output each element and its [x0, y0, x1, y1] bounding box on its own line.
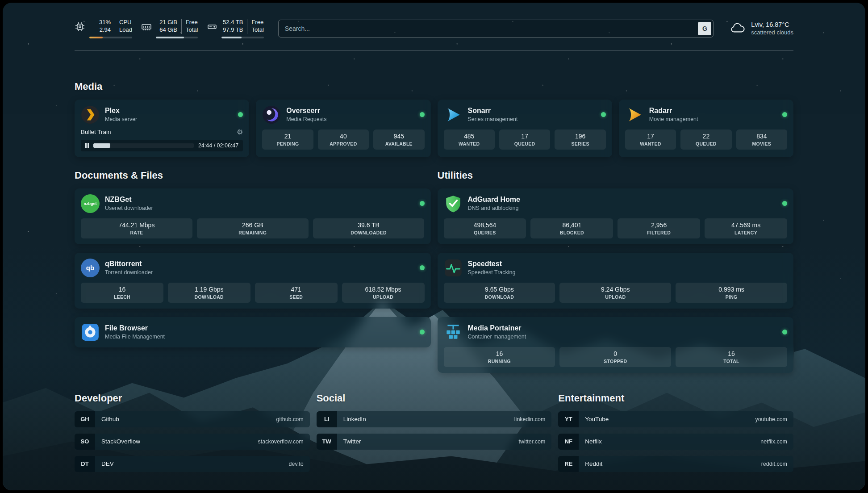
bookmark-netflix[interactable]: NF Netflix netflix.com [558, 434, 793, 450]
memory-total-value: 64 GiB [159, 26, 177, 34]
bookmark-url: reddit.com [761, 461, 787, 467]
app-card-portainer[interactable]: Media Portainer Container management 16R… [438, 317, 794, 373]
status-dot-online [601, 112, 606, 117]
bookmark-group-social: Social LI LinkedIn linkedin.com TW Twitt… [317, 393, 552, 472]
bookmark-abbr: LI [317, 411, 337, 427]
app-subtitle: Torrent downloader [105, 269, 153, 276]
weather-widget: Lviv, 16.87°C scattered clouds [730, 21, 793, 36]
disk-free-value: 52.4 TB [223, 19, 243, 26]
search-bar[interactable]: G [278, 20, 714, 38]
stat-pending: 21PENDING [262, 130, 313, 150]
app-name: NZBGet [105, 196, 153, 204]
app-card-plex[interactable]: Plex Media server Bullet Train ⚙ 24:44 /… [75, 100, 249, 157]
app-name: Overseerr [286, 107, 326, 115]
memory-progress-fill [156, 37, 184, 38]
app-card-speedtest[interactable]: Speedtest Speedtest Tracking 9.65 GbpsDO… [438, 253, 794, 309]
app-name: Plex [105, 107, 137, 115]
app-card-qbittorrent[interactable]: qb qBittorrent Torrent downloader 16LEEC… [75, 253, 431, 309]
app-subtitle: Speedtest Tracking [468, 269, 516, 276]
bookmark-linkedin[interactable]: LI LinkedIn linkedin.com [317, 411, 552, 427]
bookmark-url: netflix.com [760, 439, 787, 445]
bookmark-abbr: RE [558, 456, 579, 472]
section-title-utilities: Utilities [438, 170, 794, 181]
stat-upload: 9.24 GbpsUPLOAD [559, 283, 671, 303]
disk-icon [207, 21, 217, 32]
bookmark-twitter[interactable]: TW Twitter twitter.com [317, 434, 552, 450]
overseerr-icon [262, 105, 281, 124]
divider [181, 19, 182, 34]
portainer-icon [444, 323, 463, 342]
app-subtitle: Media server [105, 116, 137, 122]
stat-latency: 47.569 msLATENCY [705, 218, 787, 238]
stat-blocked: 86,401BLOCKED [530, 218, 613, 238]
bookmark-name: Netflix [585, 438, 602, 445]
app-card-adguard[interactable]: AdGuard Home DNS and adblocking 498,564Q… [438, 188, 794, 244]
bookmark-url: linkedin.com [514, 416, 545, 422]
app-name: Radarr [649, 107, 698, 115]
stat-filtered: 2,956FILTERED [618, 218, 700, 238]
app-card-radarr[interactable]: Radarr Movie management 17WANTED 22QUEUE… [619, 100, 793, 157]
status-dot-online [420, 265, 425, 270]
bookmark-group-entertainment: Entertainment YT YouTube youtube.com NF … [558, 393, 793, 472]
section-utilities: Utilities AdGuard Home DNS and adblockin… [438, 170, 794, 373]
memory-progress-track [156, 37, 198, 38]
cpu-progress-fill [89, 37, 103, 38]
weather-location-temp: Lviv, 16.87°C [751, 21, 793, 28]
settings-gear-icon[interactable]: ⚙ [237, 128, 243, 136]
cloud-icon [730, 22, 746, 35]
cpu-label-load: Load [119, 26, 132, 34]
filebrowser-icon [81, 323, 100, 342]
bookmark-github[interactable]: GH Github github.com [75, 411, 310, 427]
bookmark-reddit[interactable]: RE Reddit reddit.com [558, 456, 793, 472]
app-card-overseerr[interactable]: Overseerr Media Requests 21PENDING 40APP… [256, 100, 430, 157]
bookmark-name: Github [101, 416, 119, 422]
playback-progress-track[interactable] [93, 143, 194, 148]
bookmark-abbr: TW [317, 434, 337, 450]
stat-queued: 17QUEUED [499, 130, 550, 150]
top-bar: 31% 2.94 CPU Load [75, 19, 793, 38]
stat-series: 196SERIES [555, 130, 605, 150]
plex-player-bar[interactable]: 24:44 / 02:06:47 [81, 140, 243, 151]
weather-condition: scattered clouds [751, 29, 793, 36]
stat-wanted: 17WANTED [625, 130, 676, 150]
status-dot-online [420, 330, 425, 334]
disk-widget: 52.4 TB 97.9 TB Free Total [207, 19, 263, 38]
bookmark-dev[interactable]: DT DEV dev.to [75, 456, 310, 472]
search-input[interactable] [278, 20, 714, 38]
search-engine-button[interactable]: G [698, 22, 711, 35]
status-dot-online [238, 112, 243, 117]
divider [115, 19, 115, 34]
cpu-progress-track [89, 37, 132, 38]
cpu-usage-percent: 31% [99, 19, 111, 26]
memory-widget: 21 GiB 64 GiB Free Total [141, 19, 198, 38]
app-card-nzbget[interactable]: nzbget NZBGet Usenet downloader 744.21 M… [75, 188, 431, 244]
stat-download: 1.19 GbpsDOWNLOAD [168, 283, 250, 303]
sonarr-icon [444, 105, 463, 124]
bookmark-group-developer: Developer GH Github github.com SO StackO… [75, 393, 310, 472]
bookmark-name: Reddit [585, 460, 602, 467]
stat-queries: 498,564QUERIES [444, 218, 526, 238]
stat-approved: 40APPROVED [318, 130, 369, 150]
section-title-documents: Documents & Files [75, 170, 431, 181]
bookmark-youtube[interactable]: YT YouTube youtube.com [558, 411, 793, 427]
bookmark-name: LinkedIn [343, 416, 366, 422]
dashboard-screen: 31% 2.94 CPU Load [3, 3, 865, 490]
stat-download: 9.65 GbpsDOWNLOAD [444, 283, 555, 303]
app-subtitle: Usenet downloader [105, 205, 153, 211]
memory-total-label: Total [186, 26, 198, 34]
pause-icon[interactable] [85, 143, 89, 148]
status-dot-online [420, 112, 425, 117]
stat-downloaded: 39.6 TBDOWNLOADED [313, 218, 425, 238]
section-title-media: Media [75, 81, 793, 92]
bookmark-url: youtube.com [755, 416, 787, 422]
bookmark-abbr: YT [558, 411, 579, 427]
section-title-developer: Developer [75, 393, 310, 404]
divider [247, 19, 247, 34]
stat-upload: 618.52 MbpsUPLOAD [342, 283, 425, 303]
app-card-sonarr[interactable]: Sonarr Series management 485WANTED 17QUE… [438, 100, 612, 157]
bookmark-stackoverflow[interactable]: SO StackOverflow stackoverflow.com [75, 434, 310, 450]
app-card-filebrowser[interactable]: File Browser Media File Management [75, 317, 431, 347]
app-subtitle: Media Requests [286, 116, 326, 122]
playback-time: 24:44 / 02:06:47 [198, 142, 238, 149]
app-subtitle: DNS and adblocking [468, 205, 520, 211]
